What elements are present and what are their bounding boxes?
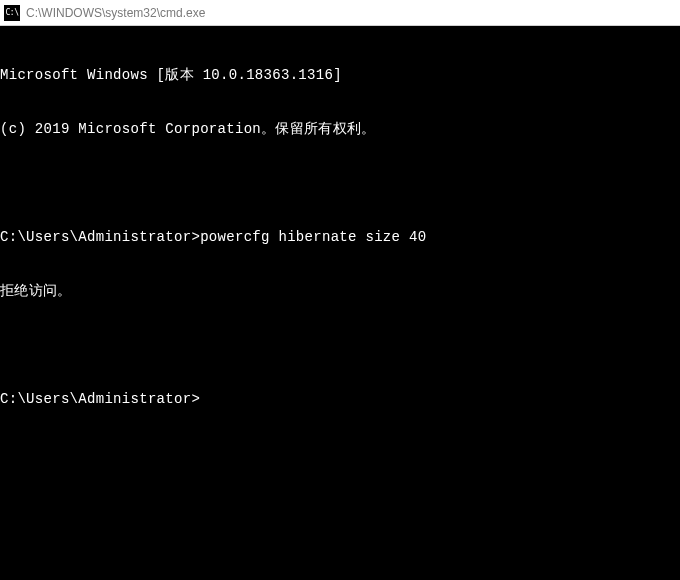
terminal-line xyxy=(0,174,680,192)
cmd-icon: C:\ xyxy=(4,5,20,21)
terminal-line: 拒绝访问。 xyxy=(0,282,680,300)
terminal-line xyxy=(0,336,680,354)
terminal-line: Microsoft Windows [版本 10.0.18363.1316] xyxy=(0,66,680,84)
window-title-bar[interactable]: C:\ C:\WINDOWS\system32\cmd.exe xyxy=(0,0,680,26)
terminal-prompt-line[interactable]: C:\Users\Administrator> xyxy=(0,390,680,408)
terminal-cursor xyxy=(200,390,208,406)
window-title: C:\WINDOWS\system32\cmd.exe xyxy=(26,6,205,20)
terminal-output[interactable]: Microsoft Windows [版本 10.0.18363.1316] (… xyxy=(0,26,680,580)
terminal-line: C:\Users\Administrator>powercfg hibernat… xyxy=(0,228,680,246)
cmd-icon-label: C:\ xyxy=(6,9,19,17)
terminal-prompt: C:\Users\Administrator> xyxy=(0,390,200,408)
terminal-line: (c) 2019 Microsoft Corporation。保留所有权利。 xyxy=(0,120,680,138)
